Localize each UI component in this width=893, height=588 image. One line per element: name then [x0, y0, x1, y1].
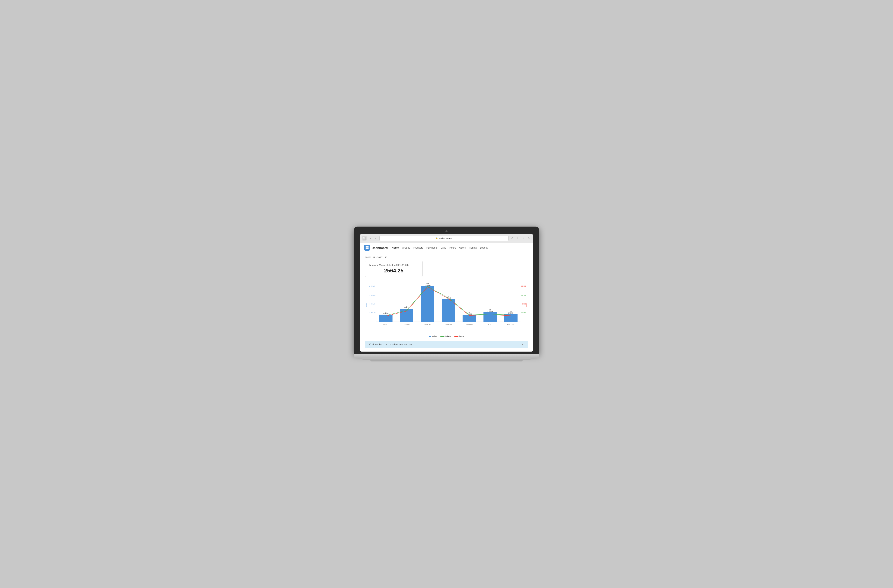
- svg-text:20 250: 20 250: [522, 312, 526, 314]
- back-button[interactable]: ‹: [368, 236, 373, 240]
- svg-text:6 000.00: 6 000.00: [370, 303, 376, 305]
- laptop-bottom-bezel: [354, 354, 539, 358]
- nav-tickets[interactable]: Tickets: [469, 246, 477, 249]
- legend-items-line: [454, 336, 459, 337]
- svg-text:9 000.00: 9 000.00: [370, 294, 376, 296]
- main-area: 20231109->20231123 Turnover Wreckfish Bi…: [360, 253, 533, 352]
- svg-rect-3: [367, 248, 368, 249]
- svg-rect-0: [365, 246, 367, 248]
- nav-links: Home Groups Products Payments VATs Hours…: [392, 246, 487, 249]
- svg-text:68: 68: [448, 296, 450, 297]
- bar-thu[interactable]: [379, 315, 392, 322]
- bar-tue[interactable]: [484, 312, 497, 322]
- svg-text:Thu 09 11: Thu 09 11: [382, 323, 389, 325]
- svg-text:3 103.24: 3 103.24: [487, 310, 493, 312]
- turnover-value: 2564.25: [369, 267, 419, 274]
- browser-nav: ‹ ›: [368, 236, 378, 240]
- legend-items: items: [454, 335, 464, 338]
- svg-text:Sun 12 11: Sun 12 11: [445, 323, 452, 325]
- svg-text:12 000.00: 12 000.00: [369, 285, 376, 287]
- chart-svg: 12 000.00 9 000.00 6 000.00 3 000.00 sal…: [365, 280, 528, 334]
- nav-groups[interactable]: Groups: [402, 246, 410, 249]
- brand-icon: [364, 245, 370, 250]
- svg-text:3 000.00: 3 000.00: [370, 312, 376, 314]
- svg-text:Mon 13 11: Mon 13 11: [466, 323, 473, 325]
- navbar: Dashboard Home Groups Products Payments …: [360, 243, 533, 253]
- svg-text:Fri 10 11: Fri 10 11: [404, 323, 410, 325]
- date-range: 20231109->20231123: [365, 256, 528, 259]
- browser-window: ⬜ ‹ › 🔒 waiterone.net ⏱ ⬆ + ⧉: [360, 234, 533, 352]
- address-bar[interactable]: 🔒 waiterone.net: [379, 236, 509, 241]
- svg-text:13: 13: [489, 309, 491, 310]
- svg-text:40 500: 40 500: [522, 303, 526, 305]
- browser-chrome: ⬜ ‹ › 🔒 waiterone.net ⏱ ⬆ + ⧉: [360, 234, 533, 243]
- nav-hours[interactable]: Hours: [450, 246, 456, 249]
- svg-text:83 000: 83 000: [522, 285, 526, 287]
- svg-rect-2: [365, 248, 367, 249]
- notification-text: Click on the chart to select another day…: [369, 343, 412, 346]
- browser-controls: ⬜: [362, 236, 367, 240]
- bar-wed[interactable]: [504, 314, 517, 322]
- legend-sales-label: sales: [432, 335, 437, 338]
- svg-text:2 534.25: 2 534.25: [508, 312, 514, 314]
- browser-actions: ⏱ ⬆ + ⧉: [510, 236, 531, 240]
- legend-sales: sales: [429, 335, 437, 338]
- turnover-label: Turnover Wreckfish Bistro (2023-11-30): [369, 264, 419, 266]
- svg-text:sales: sales: [366, 303, 368, 307]
- bar-mon[interactable]: [463, 315, 476, 322]
- forward-button[interactable]: ›: [373, 236, 378, 240]
- camera-notch: [445, 230, 448, 232]
- tabs-button[interactable]: ⧉: [526, 236, 531, 240]
- svg-text:2 319.55: 2 319.55: [383, 313, 388, 315]
- notification-bar: Click on the chart to select another day…: [365, 341, 528, 348]
- chart-legend: sales tickets items: [365, 335, 528, 338]
- laptop-base: [362, 358, 531, 360]
- svg-text:28: 28: [510, 311, 512, 312]
- legend-sales-dot: [429, 336, 431, 338]
- svg-text:32: 32: [385, 312, 387, 313]
- svg-text:items: items: [525, 303, 527, 307]
- svg-text:29: 29: [469, 312, 470, 314]
- svg-text:11 270.46: 11 270.46: [425, 285, 431, 286]
- svg-text:60 750: 60 750: [522, 294, 526, 296]
- svg-text:Sat 11 11: Sat 11 11: [424, 323, 431, 325]
- legend-tickets: tickets: [440, 335, 451, 338]
- share-button[interactable]: ⬆: [516, 236, 520, 240]
- nav-products[interactable]: Products: [413, 246, 423, 249]
- svg-text:Tue 14 11: Tue 14 11: [487, 323, 493, 325]
- notification-close-button[interactable]: ✕: [522, 343, 524, 346]
- app-content: Dashboard Home Groups Products Payments …: [360, 243, 533, 352]
- nav-home[interactable]: Home: [392, 246, 398, 249]
- bar-sat[interactable]: [421, 286, 434, 322]
- brand-name: Dashboard: [371, 246, 388, 250]
- nav-logout[interactable]: Logout: [480, 246, 488, 249]
- screen-bezel: ⬜ ‹ › 🔒 waiterone.net ⏱ ⬆ + ⧉: [354, 226, 539, 354]
- laptop-foot: [370, 360, 523, 362]
- history-button[interactable]: ⏱: [510, 236, 515, 240]
- chart-container[interactable]: 12 000.00 9 000.00 6 000.00 3 000.00 sal…: [365, 280, 528, 334]
- legend-tickets-label: tickets: [445, 335, 451, 338]
- legend-items-label: items: [459, 335, 464, 338]
- nav-users[interactable]: Users: [459, 246, 466, 249]
- svg-text:933: 933: [427, 283, 429, 285]
- bar-fri[interactable]: [400, 309, 413, 322]
- svg-text:58: 58: [406, 306, 407, 308]
- turnover-card: Turnover Wreckfish Bistro (2023-11-30) 2…: [365, 261, 422, 277]
- url-text: waiterone.net: [439, 237, 452, 240]
- brand: Dashboard: [364, 245, 388, 250]
- svg-text:Wed 15 11: Wed 15 11: [507, 323, 514, 325]
- laptop-frame: ⬜ ‹ › 🔒 waiterone.net ⏱ ⬆ + ⧉: [354, 226, 539, 362]
- new-tab-button[interactable]: +: [521, 236, 526, 240]
- sidebar-toggle-button[interactable]: ⬜: [362, 236, 367, 240]
- svg-text:4 170.43: 4 170.43: [404, 307, 409, 309]
- legend-tickets-line: [440, 336, 445, 337]
- nav-vats[interactable]: VATs: [441, 246, 446, 249]
- nav-payments[interactable]: Payments: [426, 246, 437, 249]
- svg-rect-1: [367, 246, 368, 248]
- lock-icon: 🔒: [436, 237, 438, 239]
